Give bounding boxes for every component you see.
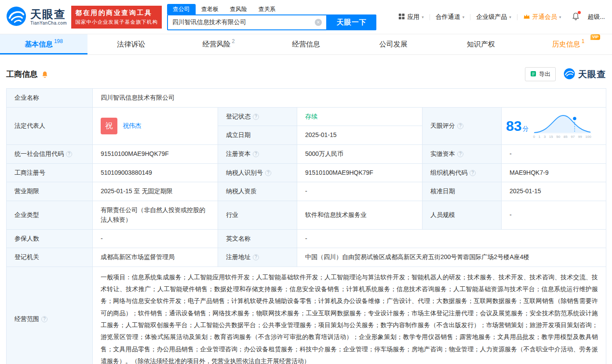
table-row: 登记机关 成都高新区市场监督管理局 注册地址? 中国（四川）自由贸易试验区成都高… (7, 248, 606, 267)
label-tianyan-score: 天眼评分? (423, 107, 502, 144)
value-registration-number: 510109003880149 (93, 163, 218, 182)
score-distribution-chart: 0131550859799100 (533, 112, 591, 140)
help-icon[interactable]: ? (457, 123, 463, 129)
value-registered-address: 中国（四川）自由贸易试验区成都高新区天府五街200号菁蓉国际广场2号楼A座4楼 (297, 248, 606, 267)
label-legal-representative: 法定代表人 (7, 107, 93, 144)
help-icon[interactable]: ? (253, 151, 259, 157)
tianyancha-logo[interactable]: 天眼查 TianYanCha.com (6, 6, 67, 28)
search-tab-boss[interactable]: 查老板 (196, 4, 224, 14)
export-label: 导出 (539, 70, 550, 78)
slogan-line2: 国家中小企业发展子基金旗下机构 (75, 19, 158, 25)
value-company-type: 有限责任公司（非自然人投资或控股的法人独资） (93, 201, 218, 229)
nav-open-vip[interactable]: 开通会员 ▾ (517, 13, 567, 21)
search-tab-company[interactable]: 查公司 (167, 4, 196, 14)
search-type-tabs: 查公司 查老板 查风险 查关系 (167, 4, 376, 14)
value-taxpayer-id: 91510100MAE9HQK79F (297, 163, 423, 182)
value-credit-code: 91510100MAE9HQK79F (93, 145, 218, 164)
value-business-term: 2025-01-15 至 无固定期限 (93, 182, 218, 201)
label-taxpayer-qualification: 纳税人资质 (218, 182, 297, 201)
apps-grid-icon (398, 13, 405, 21)
notification-dot (578, 11, 581, 14)
search-tab-risk[interactable]: 查风险 (224, 4, 253, 14)
clear-search-icon[interactable]: × (315, 19, 322, 26)
help-icon[interactable]: ? (41, 316, 47, 322)
tab-business-info[interactable]: 经营信息 (262, 34, 350, 54)
avatar[interactable]: 祝 (101, 118, 117, 134)
notifications-bell[interactable] (567, 12, 585, 22)
label-registered-capital: 注册资本? (218, 145, 297, 164)
label-paid-in-capital: 实缴资本? (423, 145, 502, 164)
value-legal-representative: 祝 祝伟杰 (93, 107, 218, 144)
label-credit-code: 统一社会信用代码? (7, 145, 93, 164)
table-row: 统一社会信用代码? 91510100MAE9HQK79F 注册资本? 5000万… (7, 145, 606, 164)
label-organization-code: 组织机构代码? (423, 163, 502, 182)
tianyancha-logo-icon (6, 6, 26, 28)
tab-count-badge: 2 (232, 38, 235, 44)
score-axis: 0131550859799100 (533, 134, 591, 140)
value-registered-capital: 5000万人民币 (297, 145, 423, 164)
nav-apps[interactable]: 应用 ▾ (393, 13, 430, 21)
label-registered-address: 注册地址? (218, 248, 297, 267)
label-business-scope: 经营范围? (7, 267, 93, 364)
value-approval-date: 2025-01-15 (502, 182, 606, 201)
label-establish-date: 成立日期 (218, 126, 297, 145)
score-value: 83分 (506, 119, 529, 133)
table-row: 企业名称 四川智讯信息技术有限公司 (7, 89, 606, 108)
slogan-line1: 都在用的商业查询工具 (75, 9, 158, 17)
search-tab-relation[interactable]: 查关系 (253, 4, 281, 14)
tab-label: 经营风险 (202, 40, 230, 49)
label-english-name: 英文名称 (218, 229, 297, 248)
nav-enterprise-products[interactable]: 企业级产品 ▾ (470, 13, 517, 21)
table-row: 企业类型 有限责任公司（非自然人投资或控股的法人独资） 行业 软件和信息技术服务… (7, 201, 606, 229)
tab-operating-risk[interactable]: 经营风险2 (175, 34, 262, 54)
table-row: 经营范围? 一般项目：信息系统集成服务；人工智能应用软件开发；人工智能基础软件开… (7, 267, 606, 364)
help-icon[interactable]: ? (66, 151, 72, 157)
help-icon[interactable]: ? (253, 114, 259, 120)
crown-icon (523, 14, 530, 21)
brand-domain: TianYanCha.com (30, 21, 67, 26)
help-icon[interactable]: ? (470, 170, 476, 176)
tab-company-development[interactable]: 公司发展 (350, 34, 437, 54)
label-company-name: 企业名称 (7, 89, 93, 108)
value-company-name: 四川智讯信息技术有限公司 (93, 89, 606, 108)
label-insured-count: 参保人数 (7, 229, 93, 248)
tab-label: 法律诉讼 (117, 40, 145, 49)
top-nav: 应用 ▾ 合作通道 ▾ 企业级产品 ▾ 开通会员 ▾ 超级... (393, 12, 606, 22)
chevron-down-icon: ▾ (509, 15, 511, 19)
help-icon[interactable]: ? (253, 254, 259, 260)
watermark-logo: 天眼查 (564, 68, 606, 81)
table-row: 营业期限 2025-01-15 至 无固定期限 纳税人资质 - 核准日期 202… (7, 182, 606, 201)
help-icon[interactable]: ? (265, 170, 271, 176)
value-paid-in-capital: - (502, 145, 606, 164)
tab-basic-info[interactable]: 基本信息 198 (0, 34, 87, 54)
table-row: 参保人数 - 英文名称 - (7, 229, 606, 248)
value-registration-status: 存续 (297, 107, 423, 126)
nav-cooperation[interactable]: 合作通道 ▾ (430, 13, 470, 21)
subscribe-bell-icon[interactable] (41, 71, 48, 78)
help-icon[interactable]: ? (457, 151, 463, 157)
chevron-down-icon: ▾ (463, 15, 465, 19)
label-registration-status: 登记状态? (218, 107, 297, 126)
value-organization-code: MAE9HQK7-9 (502, 163, 606, 182)
tab-count-badge: 1 (582, 38, 585, 44)
company-section-tabs: 基本信息 198 法律诉讼 经营风险2 经营信息 公司发展 知识产权 历史信息 … (0, 34, 612, 55)
vip-badge: VIP (590, 34, 601, 40)
slogan-banner: 都在用的商业查询工具 国家中小企业发展子基金旗下机构 (71, 6, 162, 29)
value-staff-size: - (502, 201, 606, 229)
tab-label: 公司发展 (379, 40, 408, 49)
nav-user-menu[interactable]: 超级... (585, 13, 606, 21)
watermark-brand-name: 天眼查 (578, 68, 606, 80)
search-area: 查公司 查老板 查风险 查关系 × 天眼一下 (167, 4, 376, 30)
tab-legal-proceedings[interactable]: 法律诉讼 (87, 34, 175, 54)
label-industry: 行业 (218, 201, 297, 229)
label-company-type: 企业类型 (7, 201, 93, 229)
tab-label: 历史信息 (552, 40, 580, 49)
nav-enterprise-label: 企业级产品 (476, 13, 507, 21)
export-button[interactable]: 导出 (525, 67, 556, 81)
tab-history-info[interactable]: 历史信息 1 VIP (525, 34, 612, 54)
legal-representative-link[interactable]: 祝伟杰 (123, 121, 141, 131)
search-input[interactable] (168, 19, 315, 26)
search-button[interactable]: 天眼一下 (327, 14, 376, 30)
business-info-table: 企业名称 四川智讯信息技术有限公司 法定代表人 祝 祝伟杰 登记状态? 存续 天… (6, 88, 606, 364)
tab-intellectual-property[interactable]: 知识产权 (437, 34, 525, 54)
